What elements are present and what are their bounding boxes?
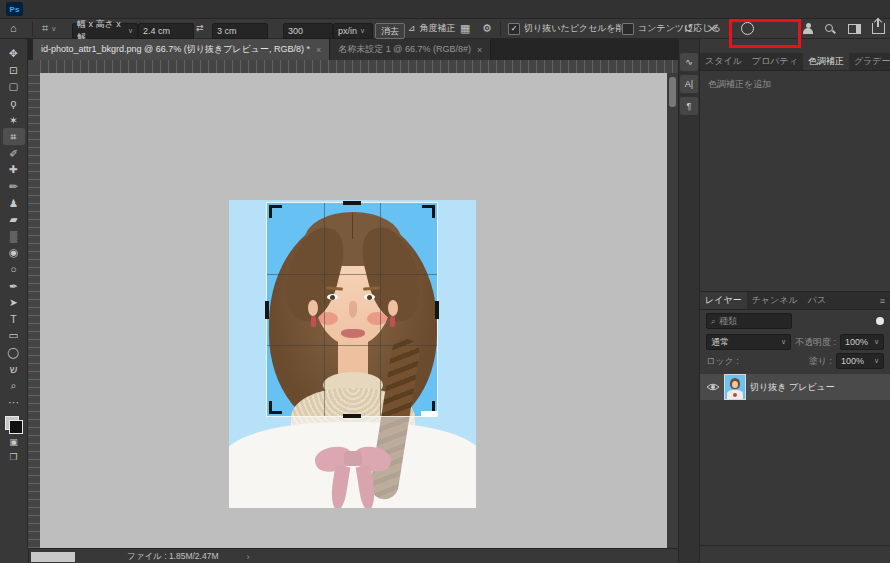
crop-preset-select[interactable]: 幅 x 高さ x 解... ∨ — [72, 23, 138, 39]
clear-button[interactable]: 消去 — [375, 23, 405, 39]
panel-tab[interactable]: 色調補正 — [803, 53, 849, 70]
content-aware-checkbox[interactable] — [622, 23, 634, 35]
chevron-down-icon: ∨ — [360, 27, 365, 35]
layer-filter-select[interactable]: ⌕ 種類 — [706, 313, 792, 329]
resolution-unit-select[interactable]: px/in ∨ — [333, 23, 373, 39]
blur-tool[interactable]: ◉ — [3, 244, 25, 261]
workspace-switcher-icon[interactable] — [848, 24, 861, 34]
cancel-crop-icon[interactable]: × — [708, 22, 716, 35]
color-swatches[interactable] — [5, 416, 23, 434]
gradient-tool[interactable]: ▒ — [3, 228, 25, 245]
crop-settings-gear-icon[interactable]: ⚙ — [482, 23, 492, 34]
ellipse-tool[interactable]: ◯ — [3, 344, 25, 361]
screen-mode-button[interactable]: ❐ — [3, 449, 25, 464]
path-select-tool[interactable]: ➤ — [3, 294, 25, 311]
add-adjustment-label: 色調補正を追加 — [700, 71, 890, 95]
tab-close-icon[interactable]: × — [477, 45, 482, 55]
layer-row[interactable]: 切り抜き プレビュー — [700, 374, 890, 400]
quick-mask-button[interactable]: ▣ — [3, 434, 25, 449]
pen-tool[interactable]: ✒ — [3, 277, 25, 294]
home-icon[interactable]: ⌂ — [10, 23, 17, 34]
delete-cropped-pixels-label[interactable]: 切り抜いたピクセルを削除 — [524, 22, 634, 35]
crop-handle-top-left[interactable] — [269, 205, 282, 218]
lasso-tool[interactable]: ϙ — [3, 95, 25, 112]
visibility-eye-icon[interactable] — [706, 382, 720, 392]
fill-input[interactable]: 100% ∨ — [836, 353, 884, 369]
edit-toolbar[interactable]: ⋯ — [3, 393, 25, 410]
crop-handle-bottom[interactable] — [343, 414, 361, 418]
panel-tab[interactable]: グラデーシ — [849, 53, 890, 70]
background-color-swatch[interactable] — [9, 420, 23, 434]
opacity-input[interactable]: 100% ∨ — [840, 334, 884, 350]
fill-label: 塗り : — [809, 355, 832, 368]
horizontal-ruler[interactable] — [40, 60, 678, 74]
dodge-tool[interactable]: ○ — [3, 261, 25, 278]
eraser-tool[interactable]: ▰ — [3, 211, 25, 228]
paragraph-panel-button[interactable]: ¶ — [680, 97, 698, 115]
chevron-down-icon: ∨ — [874, 338, 879, 346]
crop-handle-left[interactable] — [265, 301, 269, 319]
type-tool[interactable]: T — [3, 311, 25, 328]
healing-brush-tool[interactable]: ✚ — [3, 161, 25, 178]
panel-column: スタイルプロパティ色調補正グラデーシパターン ≡ 色調補正を追加 レイヤーチャン… — [700, 39, 890, 563]
panel-tab[interactable]: スタイル — [700, 53, 747, 70]
swap-dimensions-icon[interactable]: ⇄ — [196, 24, 204, 33]
vertical-scrollbar[interactable] — [667, 73, 678, 548]
crop-shield — [229, 200, 266, 508]
collapsed-panel-dock: ∿A|¶ — [678, 39, 700, 563]
brush-settings-panel-button[interactable]: ∿ — [680, 53, 698, 71]
crop-handle-top[interactable] — [343, 201, 361, 205]
crop-height-input[interactable]: 3 cm — [212, 23, 268, 39]
document-tab[interactable]: id-photo_attr1_bkgrd.png @ 66.7% (切り抜きプレ… — [33, 39, 330, 60]
delete-cropped-pixels-checkbox[interactable]: ✓ — [508, 23, 520, 35]
zoom-level-input[interactable] — [31, 552, 75, 562]
marquee-tool[interactable]: ▢ — [3, 78, 25, 95]
rectangle-tool[interactable]: ▭ — [3, 327, 25, 344]
resolution-input[interactable]: 300 — [283, 23, 333, 39]
status-chevron-icon[interactable]: › — [247, 552, 250, 562]
crop-handle-right[interactable] — [435, 301, 439, 319]
panel-tab[interactable]: レイヤー — [700, 292, 747, 309]
crop-handle-top-right[interactable] — [422, 205, 435, 218]
layers-panel: レイヤーチャンネルパス ≡ ⌕ 種類 通常 ∨ 不透明度 : — [700, 291, 890, 563]
share-icon[interactable] — [872, 23, 885, 34]
document-canvas[interactable] — [40, 73, 678, 548]
brush-tool[interactable]: ✏ — [3, 178, 25, 195]
clone-stamp-tool[interactable]: ♟ — [3, 194, 25, 211]
crop-overlay-options-icon[interactable]: ▦ — [460, 23, 470, 34]
panel-tab[interactable]: チャンネル — [747, 292, 803, 309]
panel-tab[interactable]: プロパティ — [747, 53, 803, 70]
layer-name[interactable]: 切り抜き プレビュー — [750, 381, 835, 394]
account-icon[interactable] — [802, 23, 814, 35]
photoshop-logo[interactable]: Ps — [6, 2, 23, 16]
artboard-tool[interactable]: ⊡ — [3, 62, 25, 79]
crop-tool-icon[interactable]: ⌗ — [42, 23, 48, 34]
blend-mode-select[interactable]: 通常 ∨ — [706, 334, 791, 350]
crop-tool[interactable]: ⌗ — [3, 128, 25, 145]
document-tab[interactable]: 名称未設定 1 @ 66.7% (RGB/8#) × — [330, 39, 491, 60]
crop-width-input[interactable]: 2.4 cm — [138, 23, 194, 39]
layer-thumbnail[interactable] — [724, 374, 746, 400]
eyedropper-tool[interactable]: ✐ — [3, 145, 25, 162]
panel-menu-icon[interactable]: ≡ — [875, 292, 890, 309]
panel-tab[interactable]: パス — [803, 292, 831, 309]
search-icon[interactable] — [824, 23, 836, 35]
reset-crop-icon[interactable]: ↺ — [684, 23, 693, 34]
status-bar: ファイル : 1.85M/2.47M › — [28, 548, 678, 563]
crop-box[interactable] — [266, 202, 438, 417]
chevron-down-icon: ∨ — [874, 357, 879, 365]
character-panel-button[interactable]: A| — [680, 75, 698, 93]
tab-close-icon[interactable]: × — [316, 45, 321, 55]
crop-handle-bottom-left[interactable] — [269, 401, 282, 414]
move-tool[interactable]: ✥ — [3, 45, 25, 62]
straighten-icon[interactable]: ⊿ — [408, 24, 416, 33]
hand-tool[interactable]: ש — [3, 360, 25, 377]
zoom-tool[interactable]: ⌕ — [3, 377, 25, 394]
layers-tab-strip: レイヤーチャンネルパス ≡ — [700, 292, 890, 310]
magic-wand-tool[interactable]: ✶ — [3, 111, 25, 128]
scrollbar-thumb[interactable] — [669, 77, 676, 107]
crop-handle-active[interactable] — [421, 411, 437, 417]
toolbar-footer — [0, 548, 29, 563]
straighten-label[interactable]: 角度補正 — [420, 22, 456, 35]
filter-toggle[interactable] — [876, 317, 884, 325]
